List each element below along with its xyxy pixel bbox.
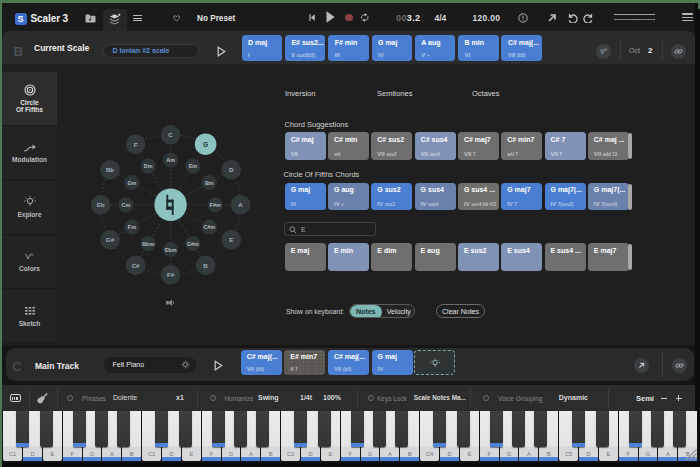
svg-text:G#m: G#m bbox=[187, 241, 199, 247]
svg-text:Dm: Dm bbox=[144, 163, 153, 169]
svg-text:Ebm: Ebm bbox=[165, 247, 177, 253]
svg-text:D: D bbox=[229, 166, 234, 173]
svg-text:Bb: Bb bbox=[106, 166, 114, 173]
svg-text:C#: C# bbox=[132, 262, 140, 269]
svg-text:B: B bbox=[203, 262, 208, 269]
svg-text:G: G bbox=[203, 141, 208, 148]
svg-text:Fm: Fm bbox=[128, 224, 136, 230]
svg-text:Eb: Eb bbox=[97, 201, 105, 208]
svg-text:Cm: Cm bbox=[122, 202, 131, 208]
svg-text:Em: Em bbox=[189, 163, 198, 169]
svg-text:A: A bbox=[238, 201, 243, 208]
svg-text:F#m: F#m bbox=[210, 202, 221, 208]
svg-text:Gm: Gm bbox=[127, 180, 136, 186]
svg-text:Bm: Bm bbox=[205, 180, 214, 186]
svg-text:F#: F# bbox=[167, 271, 175, 278]
svg-text:G#: G# bbox=[106, 236, 115, 243]
svg-text:F: F bbox=[134, 141, 138, 148]
svg-text:E: E bbox=[229, 236, 233, 243]
svg-text:C: C bbox=[168, 131, 173, 138]
svg-text:Bbm: Bbm bbox=[142, 241, 154, 247]
svg-text:Am: Am bbox=[166, 157, 175, 163]
svg-text:C#m: C#m bbox=[203, 224, 215, 230]
